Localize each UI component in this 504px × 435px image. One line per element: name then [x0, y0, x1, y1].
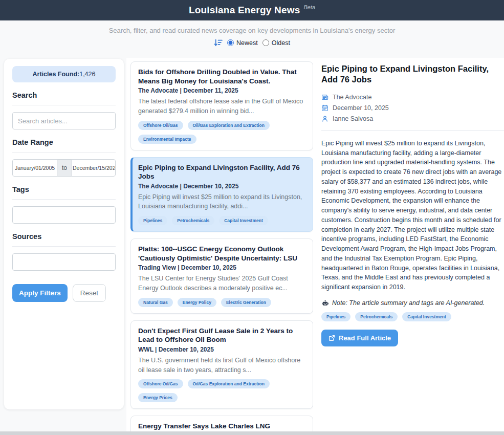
article-card-selected[interactable]: Epic Piping to Expand Livingston Facilit…: [130, 157, 313, 232]
detail-date-row: December 10, 2025: [321, 104, 504, 112]
newspaper-icon: [321, 94, 328, 101]
article-summary: Epic Piping will invest $25 million to e…: [138, 192, 305, 212]
detail-author: Ianne Salvosa: [333, 115, 373, 122]
article-tag[interactable]: Energy Policy: [178, 298, 216, 307]
robot-icon: [321, 299, 329, 307]
article-card[interactable]: Don't Expect First Gulf Lease Sale in 2 …: [130, 320, 313, 409]
detail-title: Epic Piping to Expand Livingston Facilit…: [321, 63, 504, 85]
sort-newest-radio-input[interactable]: [227, 39, 234, 46]
article-meta: WWL | December 10, 2025: [138, 346, 305, 353]
article-card[interactable]: Platts: 100--USGC Energy Economy Outlook…: [130, 238, 313, 314]
article-tags: Natural Gas Energy Policy Electric Gener…: [138, 298, 305, 307]
article-title: Energy Transfer Says Lake Charles LNG In…: [138, 422, 305, 431]
sort-descending-icon: [214, 38, 223, 47]
search-input[interactable]: [12, 112, 116, 129]
article-card[interactable]: Energy Transfer Says Lake Charles LNG In…: [130, 416, 313, 431]
article-tags: Pipelines Petrochemicals Capital Investm…: [138, 216, 305, 225]
calendar-icon: [321, 104, 328, 112]
article-meta: Trading View | December 10, 2025: [138, 264, 305, 271]
search-heading: Search: [12, 91, 116, 99]
sort-oldest-label: Oldest: [272, 39, 290, 47]
horizontal-scrollbar[interactable]: [0, 431, 504, 435]
filters-sidebar: Articles Found:1,426 Search Date Range t…: [4, 59, 124, 409]
date-range-group: to: [12, 159, 116, 177]
sort-oldest-radio[interactable]: Oldest: [262, 39, 290, 47]
detail-author-row: Ianne Salvosa: [321, 115, 504, 122]
sources-heading: Sources: [12, 232, 116, 241]
ai-note: Note: The article summary and tags are A…: [321, 299, 504, 307]
article-title: Platts: 100--USGC Energy Economy Outlook…: [138, 245, 305, 263]
app-window: Louisiana Energy News Beta Search, filte…: [0, 0, 504, 435]
person-icon: [321, 115, 328, 122]
app-title: Louisiana Energy News: [189, 5, 300, 16]
detail-tags: Pipelines Petrochemicals Capital Investm…: [321, 312, 504, 321]
article-tag[interactable]: Natural Gas: [138, 298, 173, 307]
header-bar: Louisiana Energy News Beta: [0, 0, 504, 20]
article-tag[interactable]: Pipelines: [321, 312, 350, 321]
articles-found-badge: Articles Found:1,426: [12, 66, 116, 82]
article-title: Epic Piping to Expand Livingston Facilit…: [138, 163, 305, 181]
article-tag[interactable]: Oil/Gas Exploration and Extraction: [188, 379, 270, 388]
date-to-input[interactable]: [72, 159, 116, 177]
date-from-input[interactable]: [12, 159, 57, 177]
article-tag[interactable]: Environmental Impacts: [138, 135, 196, 144]
article-tag[interactable]: Offshore Oil/Gas: [138, 121, 183, 130]
article-tag[interactable]: Electric Generation: [221, 298, 271, 307]
app-subtitle: Search, filter, and read curated news co…: [0, 27, 504, 34]
article-meta: The Advocate | December 11, 2025: [138, 87, 305, 94]
detail-source-row: The Advocate: [321, 94, 504, 101]
article-detail-panel: Epic Piping to Expand Livingston Facilit…: [321, 60, 504, 431]
external-link-icon: [328, 335, 335, 341]
article-tag[interactable]: Petrochemicals: [355, 312, 398, 321]
section-divider: [12, 105, 116, 105]
reset-button[interactable]: Reset: [73, 284, 106, 302]
article-list: Bids for Offshore Drilling Doubled in Va…: [130, 61, 313, 431]
detail-body: Epic Piping will invest $25 million to e…: [321, 139, 504, 292]
read-full-article-label: Read Full Article: [339, 334, 391, 342]
date-range-heading: Date Range: [12, 138, 116, 146]
article-tags: Offshore Oil/Gas Oil/Gas Exploration and…: [138, 379, 305, 402]
sources-input[interactable]: [12, 253, 116, 271]
article-summary: The LSU Center for Energy Studies' 2025 …: [138, 274, 305, 293]
article-tag[interactable]: Oil/Gas Exploration and Extraction: [188, 121, 270, 130]
article-tag[interactable]: Capital Investment: [219, 216, 268, 225]
articles-found-label: Articles Found:: [33, 71, 80, 78]
article-title: Don't Expect First Gulf Lease Sale in 2 …: [138, 327, 305, 344]
detail-date: December 10, 2025: [333, 104, 389, 112]
section-divider: [12, 246, 116, 247]
detail-source: The Advocate: [333, 94, 371, 101]
apply-filters-button[interactable]: Apply Filters: [12, 284, 68, 302]
filter-buttons-row: Apply Filters Reset: [12, 284, 116, 302]
article-tag[interactable]: Offshore Oil/Gas: [138, 379, 183, 388]
date-to-separator: to: [57, 159, 72, 177]
article-tag[interactable]: Energy Prices: [138, 393, 178, 402]
section-divider: [12, 199, 116, 200]
section-divider: [12, 152, 116, 153]
article-title: Bids for Offshore Drilling Doubled in Va…: [138, 68, 305, 85]
article-card[interactable]: Bids for Offshore Drilling Doubled in Va…: [130, 61, 313, 150]
article-meta: The Advocate | December 10, 2025: [138, 183, 305, 190]
article-tag[interactable]: Petrochemicals: [172, 216, 214, 225]
article-tag[interactable]: Capital Investment: [402, 312, 451, 321]
article-summary: The U.S. government held its first Gulf …: [138, 356, 305, 375]
sort-newest-label: Newest: [236, 39, 258, 47]
tags-heading: Tags: [12, 185, 116, 193]
sort-controls: Newest Oldest: [0, 38, 504, 47]
articles-found-value: 1,426: [79, 71, 95, 78]
article-summary: The latest federal offshore lease sale i…: [138, 97, 305, 116]
sort-newest-radio[interactable]: Newest: [227, 39, 258, 47]
detail-divider: [321, 130, 504, 130]
article-tags: Offshore Oil/Gas Oil/Gas Exploration and…: [138, 121, 305, 144]
beta-badge: Beta: [303, 4, 315, 10]
article-tag[interactable]: Pipelines: [138, 216, 167, 225]
read-full-article-button[interactable]: Read Full Article: [321, 330, 398, 346]
ai-note-text: Note: The article summary and tags are A…: [332, 299, 485, 307]
tags-input[interactable]: [12, 206, 116, 224]
sort-oldest-radio-input[interactable]: [262, 39, 269, 46]
